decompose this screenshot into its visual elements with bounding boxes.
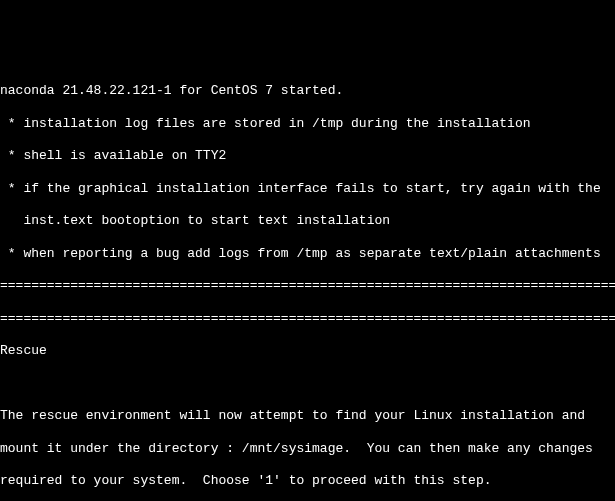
terminal-output: naconda 21.48.22.121-1 for CentOS 7 star… (0, 65, 615, 501)
rescue-text: mount it under the directory : /mnt/sysi… (0, 441, 615, 457)
divider: ========================================… (0, 278, 615, 294)
rescue-text: required to your system. Choose '1' to p… (0, 473, 615, 489)
info-bullet: * shell is available on TTY2 (0, 148, 615, 164)
divider: ========================================… (0, 311, 615, 327)
anaconda-start-line: naconda 21.48.22.121-1 for CentOS 7 star… (0, 83, 615, 99)
info-bullet: * installation log files are stored in /… (0, 116, 615, 132)
blank-line (0, 376, 615, 392)
info-bullet: * if the graphical installation interfac… (0, 181, 615, 197)
rescue-title: Rescue (0, 343, 615, 359)
rescue-text: The rescue environment will now attempt … (0, 408, 615, 424)
info-bullet: inst.text bootoption to start text insta… (0, 213, 615, 229)
info-bullet: * when reporting a bug add logs from /tm… (0, 246, 615, 262)
